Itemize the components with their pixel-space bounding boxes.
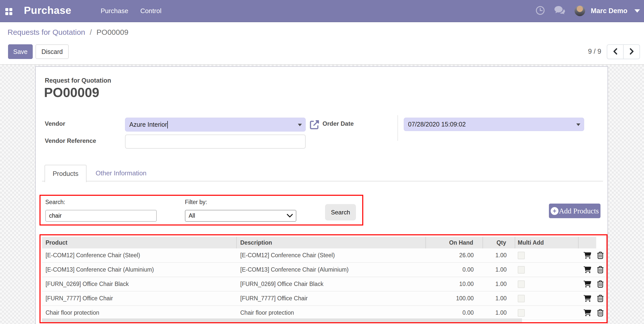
cell-product: [E-COM13] Conference Chair (Aluminium) <box>42 263 237 277</box>
order-date-value: 07/28/2020 15:09:02 <box>408 121 466 128</box>
cell-qty[interactable]: 1.00 <box>483 306 515 320</box>
multi-add-checkbox[interactable] <box>518 295 525 302</box>
breadcrumb-parent[interactable]: Requests for Quotation <box>8 28 85 36</box>
content-area: Request for Quotation PO00009 Vendor Azu… <box>0 65 644 324</box>
user-name[interactable]: Marc Demo <box>591 7 627 15</box>
delete-row-trash-icon[interactable] <box>597 266 603 273</box>
cell-qty[interactable]: 1.00 <box>483 263 515 277</box>
vendor-label: Vendor <box>45 120 65 127</box>
odoo-purchase-app: Purchase Purchase Control Marc Demo Requ… <box>0 0 644 324</box>
menu-purchase[interactable]: Purchase <box>101 7 128 15</box>
top-navbar: Purchase Purchase Control Marc Demo <box>0 0 644 22</box>
chevron-left-icon <box>612 48 618 56</box>
user-menu-caret-icon[interactable] <box>634 9 640 13</box>
pager-next-button[interactable] <box>624 45 639 59</box>
add-to-cart-icon[interactable] <box>584 252 591 259</box>
add-products-label: Add Products <box>559 207 599 215</box>
external-link-icon[interactable] <box>310 120 319 130</box>
table-row: [E-COM13] Conference Chair (Aluminium) [… <box>42 263 606 277</box>
plus-circle-icon <box>551 207 558 215</box>
add-to-cart-icon[interactable] <box>584 281 591 287</box>
header-delete-column <box>596 237 606 248</box>
discard-button[interactable]: Discard <box>35 44 69 59</box>
filter-select[interactable]: All <box>185 210 296 222</box>
add-to-cart-icon[interactable] <box>584 295 591 302</box>
table-row: [FURN_7777] Office Chair [FURN_7777] Off… <box>42 291 606 306</box>
pager-value: 9 / 9 <box>588 48 601 55</box>
table-header-row: Product Description On Hand Qty Multi Ad… <box>42 237 606 248</box>
search-input[interactable]: chair <box>45 210 157 222</box>
horizontal-scrollbar[interactable] <box>42 318 522 323</box>
cell-description: [E-COM13] Conference Chair (Aluminium) <box>237 263 426 277</box>
header-on-hand: On Hand <box>426 237 483 248</box>
save-button[interactable]: Save <box>8 44 33 59</box>
cell-qty[interactable]: 1.00 <box>483 277 515 291</box>
breadcrumb: Requests for Quotation / PO00009 <box>8 28 128 37</box>
multi-add-checkbox[interactable] <box>518 309 525 317</box>
doc-type-label: Request for Quotation <box>45 77 111 84</box>
header-product: Product <box>42 237 237 248</box>
cell-product: [E-COM12] Conference Chair (Steel) <box>42 248 237 262</box>
tab-other-information[interactable]: Other Information <box>92 165 150 182</box>
add-products-button[interactable]: Add Products <box>549 204 600 218</box>
multi-add-checkbox[interactable] <box>518 252 525 259</box>
cell-product: [FURN_0269] Office Chair Black <box>42 277 237 291</box>
search-label: Search: <box>45 199 65 206</box>
breadcrumb-current: PO00009 <box>97 28 129 36</box>
app-brand[interactable]: Purchase <box>24 5 71 16</box>
pager <box>607 44 640 59</box>
multi-add-checkbox[interactable] <box>518 266 525 274</box>
search-input-value: chair <box>49 212 62 219</box>
table-row: [FURN_0269] Office Chair Black [FURN_026… <box>42 277 606 291</box>
vendor-field[interactable]: Azure Interior <box>125 118 306 132</box>
vendor-value: Azure Interior <box>129 121 167 128</box>
vendor-dropdown-caret-icon[interactable] <box>298 124 302 126</box>
cell-description: [FURN_7777] Office Chair <box>237 291 426 305</box>
vendor-reference-label: Vendor Reference <box>45 137 96 144</box>
cell-qty[interactable]: 1.00 <box>483 248 515 262</box>
delete-row-trash-icon[interactable] <box>597 280 603 288</box>
user-avatar[interactable] <box>575 6 585 16</box>
cell-on-hand: 100.00 <box>426 291 483 305</box>
add-to-cart-icon[interactable] <box>584 309 591 316</box>
delete-row-trash-icon[interactable] <box>597 295 603 302</box>
cell-product: Chair floor protection <box>42 306 237 320</box>
cell-description: [E-COM12] Conference Chair (Steel) <box>237 248 426 262</box>
chevron-right-icon <box>629 48 635 56</box>
filter-by-label: Filter by: <box>185 199 207 206</box>
delete-row-trash-icon[interactable] <box>597 309 603 316</box>
add-to-cart-icon[interactable] <box>584 266 591 273</box>
cell-qty[interactable]: 1.00 <box>483 291 515 305</box>
order-date-label: Order Date <box>323 120 354 127</box>
select-chevron-down-icon <box>287 214 293 218</box>
order-date-field[interactable]: 07/28/2020 15:09:02 <box>404 118 584 131</box>
doc-name-title: PO00009 <box>44 85 99 100</box>
date-dropdown-caret-icon[interactable] <box>576 123 580 126</box>
search-button[interactable]: Search <box>325 204 356 220</box>
text-cursor <box>167 121 168 128</box>
cell-on-hand: 0.00 <box>426 306 483 320</box>
multi-add-checkbox[interactable] <box>518 280 525 288</box>
table-row: [E-COM12] Conference Chair (Steel) [E-CO… <box>42 248 606 263</box>
tab-products[interactable]: Products <box>45 165 87 182</box>
product-table: Product Description On Hand Qty Multi Ad… <box>42 237 606 320</box>
navbar-menu: Purchase Control <box>101 0 162 22</box>
pager-previous-button[interactable] <box>607 45 624 59</box>
table-row: Chair floor protection Chair floor prote… <box>42 306 606 320</box>
group-divider <box>397 115 398 141</box>
header-qty: Qty <box>483 237 515 248</box>
delete-row-trash-icon[interactable] <box>597 252 603 259</box>
apps-grid-icon[interactable] <box>5 8 12 15</box>
cell-on-hand: 26.00 <box>426 248 483 262</box>
header-multi-add: Multi Add <box>515 237 579 248</box>
menu-control[interactable]: Control <box>140 7 162 15</box>
form-sheet: Request for Quotation PO00009 Vendor Azu… <box>35 66 608 324</box>
control-panel: Requests for Quotation / PO00009 Save Di… <box>0 22 644 65</box>
cell-product: [FURN_7777] Office Chair <box>42 291 237 305</box>
vendor-reference-field[interactable] <box>125 135 306 149</box>
messages-chat-icon[interactable] <box>554 6 566 16</box>
breadcrumb-separator: / <box>90 28 92 36</box>
activities-clock-icon[interactable] <box>536 6 545 16</box>
header-cart-column <box>579 237 596 248</box>
cell-description: Chair floor protection <box>237 306 426 320</box>
